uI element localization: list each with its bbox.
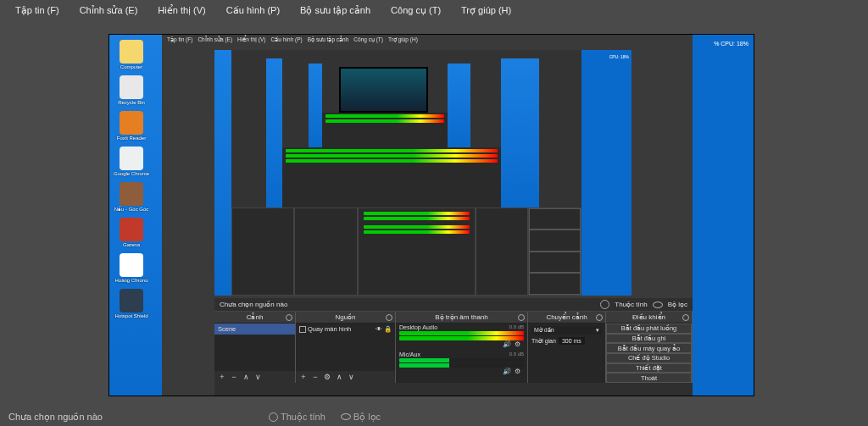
add-button[interactable]: + (298, 373, 309, 382)
menu-scene-collection[interactable]: Bộ sưu tập cảnh (292, 3, 379, 19)
duration-input[interactable]: 300 ms (559, 337, 585, 345)
transitions-panel: Chuyển cảnh Mờ dần ▾ Thời gian 300 ms (528, 312, 606, 383)
filters-button[interactable]: Bộ lọc (668, 301, 687, 308)
studio-mode-button[interactable]: Chế độ Studio (606, 353, 692, 363)
app-menubar: Tập tin (F) Chỉnh sửa (E) Hiển thị (V) C… (0, 0, 868, 20)
gear-icon (600, 300, 609, 309)
gear-icon[interactable] (286, 314, 292, 321)
captured-desktop: Computer Recycle Bin Foxit Reader Google… (109, 35, 754, 396)
desktop-icon: Foxit Reader (111, 111, 152, 141)
start-streaming-button[interactable]: Bắt đầu phát luồng (606, 324, 692, 334)
menu-help[interactable]: Trợ giúp (H) (453, 3, 520, 19)
filters-button[interactable]: Bộ lọc (341, 412, 381, 423)
scenes-title: Cảnh (247, 313, 264, 321)
audio-mixer-panel: Bộ trộn âm thanh Desktop Audio0.0 dB 🔊⚙ … (396, 312, 528, 383)
gear-icon[interactable] (518, 314, 525, 321)
move-down-button[interactable]: ∨ (346, 373, 356, 382)
scenes-toolbar: + − ∧ ∨ (214, 371, 295, 383)
volume-icon[interactable]: 🔊 (503, 340, 511, 348)
remove-button[interactable]: − (229, 373, 239, 382)
mixer-channel: Mic/Aux0.0 dB 🔊⚙ (396, 351, 527, 378)
menu-view[interactable]: Hiển thị (V) (149, 3, 214, 19)
menu-tools[interactable]: Công cụ (T) (382, 3, 449, 19)
desktop-icon: Google Chrome (111, 147, 152, 177)
start-virtual-cam-button[interactable]: Bắt đầu máy quay ảo (606, 343, 692, 353)
gear-icon[interactable] (682, 314, 689, 321)
monitor-icon (299, 326, 306, 333)
no-source-label: Chưa chọn nguồn nào (8, 412, 103, 423)
move-down-button[interactable]: ∨ (253, 373, 263, 382)
desktop-icon: Nấu - Góc Góc (111, 182, 152, 213)
move-up-button[interactable]: ∧ (334, 373, 344, 382)
gear-icon[interactable] (596, 314, 603, 321)
properties-button[interactable]: Thuộc tính (269, 412, 326, 423)
sources-toolbar: + − ⚙ ∧ ∨ (296, 371, 395, 383)
cpu-badge: % CPU: 18% (705, 40, 754, 47)
volume-icon[interactable]: 🔊 (503, 368, 511, 375)
desktop-icon: Recycle Bin (111, 75, 152, 106)
transitions-title: Chuyển cảnh (546, 313, 587, 321)
visibility-icon[interactable]: 👁 (376, 325, 382, 333)
program-preview[interactable]: Computer Recycle Bin Foxit Reader Google… (108, 34, 754, 396)
desktop-icon: Computer (111, 40, 152, 70)
desktop-icon: Garena (111, 218, 152, 248)
gear-icon[interactable]: ⚙ (515, 368, 520, 375)
transition-select[interactable]: Mờ dần ▾ (531, 326, 602, 335)
start-recording-button[interactable]: Bắt đầu ghi (606, 334, 692, 344)
add-button[interactable]: + (217, 373, 227, 382)
scenes-panel: Cảnh Scene + − ∧ ∨ (214, 312, 296, 383)
lock-icon[interactable]: 🔒 (384, 325, 392, 333)
sources-title: Nguồn (335, 313, 355, 321)
mixer-title: Bộ trộn âm thanh (435, 313, 487, 321)
app-status-bar: Chưa chọn nguồn nào Thuộc tính Bộ lọc (0, 407, 868, 426)
no-source-label: Chưa chọn nguồn nào (220, 301, 287, 308)
nested-status-bar: Chưa chọn nguồn nào Thuộc tính Bộ lọc (214, 298, 693, 312)
nested-preview: CPU: 18% (214, 50, 632, 296)
nested-obs: Tập tin (F) Chỉnh sửa (E) Hiển thị (V) C… (162, 35, 693, 396)
desktop-icon: Hoàng Chrono (111, 253, 152, 284)
remove-button[interactable]: − (310, 373, 320, 382)
filters-icon (653, 302, 663, 308)
exit-button[interactable]: Thoát (606, 373, 692, 383)
mixer-channel: Desktop Audio0.0 dB 🔊⚙ (396, 324, 527, 351)
nested-menubar: Tập tin (F) Chỉnh sửa (E) Hiển thị (V) C… (162, 35, 693, 45)
move-up-button[interactable]: ∧ (241, 373, 251, 382)
properties-button[interactable]: Thuộc tính (615, 301, 647, 308)
gear-icon (269, 412, 278, 422)
nested-bottom-panels: Chưa chọn nguồn nào Thuộc tính Bộ lọc Cả… (214, 298, 693, 396)
menu-profile[interactable]: Cấu hình (P) (218, 3, 288, 19)
desktop-icons-col1: Computer Recycle Bin Foxit Reader Google… (109, 35, 160, 396)
controls-title: Điều khiển (632, 313, 665, 321)
gear-icon[interactable]: ⚙ (515, 340, 520, 348)
filters-icon (341, 413, 351, 420)
source-item[interactable]: Quay màn hình 👁 🔒 (296, 324, 395, 335)
menu-edit[interactable]: Chỉnh sửa (E) (71, 3, 147, 19)
desktop-icon: Hotspot Shield (111, 289, 152, 319)
duration-label: Thời gian (531, 338, 556, 345)
sources-panel: Nguồn Quay màn hình 👁 🔒 + − (296, 312, 396, 383)
scene-item[interactable]: Scene (214, 324, 295, 335)
gear-icon[interactable] (386, 314, 392, 321)
controls-panel: Điều khiển Bắt đầu phát luồng Bắt đầu gh… (606, 312, 693, 383)
menu-file[interactable]: Tập tin (F) (7, 3, 68, 19)
gear-icon[interactable]: ⚙ (322, 373, 332, 382)
settings-button[interactable]: Thiết đặt (606, 363, 692, 373)
chevron-down-icon: ▾ (596, 327, 599, 334)
desktop-right-edge: % CPU: 18% (693, 35, 754, 396)
